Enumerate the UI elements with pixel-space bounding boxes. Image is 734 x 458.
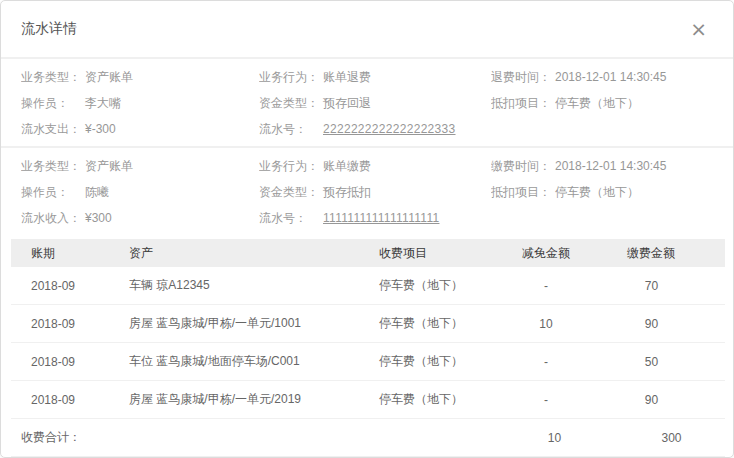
field-value: ¥300 xyxy=(85,211,112,225)
field-value: 资产账单 xyxy=(85,70,133,84)
table-row: 2018-09 房屋 蓝鸟康城/甲栋/一单元/2019 停车费（地下） - 90 xyxy=(11,381,725,419)
cell-fee-item: 停车费（地下） xyxy=(361,305,491,343)
field-deduction-item: 抵扣项目：停车费（地下） xyxy=(491,184,713,201)
field-fund-type: 资金类型：预存抵扣 xyxy=(259,184,491,201)
field-business-action: 业务行为：账单退费 xyxy=(259,69,491,86)
dialog-title: 流水详情 xyxy=(21,20,77,38)
table-row: 2018-09 房屋 蓝鸟康城/甲栋/一单元/1001 停车费（地下） 10 9… xyxy=(11,305,725,343)
field-payment-time: 缴费时间：2018-12-01 14:30:45 xyxy=(491,158,713,175)
cell-payment: 90 xyxy=(601,381,725,419)
field-value: ¥-300 xyxy=(85,122,116,136)
cell-period: 2018-09 xyxy=(11,267,111,305)
field-value: 账单缴费 xyxy=(323,159,371,173)
info-block-refund: 业务类型：资产账单 业务行为：账单退费 退费时间：2018-12-01 14:3… xyxy=(1,59,733,148)
field-refund-time: 退费时间：2018-12-01 14:30:45 xyxy=(491,69,713,86)
flow-detail-dialog: 流水详情 × 业务类型：资产账单 业务行为：账单退费 退费时间：2018-12-… xyxy=(0,0,734,458)
table-total-row: 收费合计： 10 300 xyxy=(11,419,725,457)
close-icon[interactable]: × xyxy=(684,17,713,41)
field-label: 业务类型： xyxy=(21,69,85,86)
fee-table: 账期 资产 收费项目 减免金额 缴费金额 2018-09 车辆 琼A12345 … xyxy=(11,239,725,457)
field-value: 资产账单 xyxy=(85,159,133,173)
field-label: 操作员： xyxy=(21,184,85,201)
field-label: 流水收入： xyxy=(21,210,85,227)
field-value: 2018-12-01 14:30:45 xyxy=(555,70,666,84)
cell-reduction: - xyxy=(491,381,601,419)
field-flow-expense: 流水支出：¥-300 xyxy=(21,121,259,138)
field-label: 操作员： xyxy=(21,95,85,112)
cell-asset: 房屋 蓝鸟康城/甲栋/一单元/2019 xyxy=(111,381,361,419)
field-business-action: 业务行为：账单缴费 xyxy=(259,158,491,175)
cell-fee-item: 停车费（地下） xyxy=(361,267,491,305)
field-label: 业务行为： xyxy=(259,158,323,175)
field-business-type: 业务类型：资产账单 xyxy=(21,158,259,175)
column-header-period: 账期 xyxy=(11,239,111,267)
cell-fee-item: 停车费（地下） xyxy=(361,381,491,419)
cell-period: 2018-09 xyxy=(11,305,111,343)
column-header-payment: 缴费金额 xyxy=(601,239,725,267)
info-block-payment: 业务类型：资产账单 业务行为：账单缴费 缴费时间：2018-12-01 14:3… xyxy=(1,148,733,235)
field-operator: 操作员：李大嘴 xyxy=(21,95,259,112)
field-label: 流水支出： xyxy=(21,121,85,138)
table-header-row: 账期 资产 收费项目 减免金额 缴费金额 xyxy=(11,239,725,267)
column-header-fee-item: 收费项目 xyxy=(361,239,491,267)
field-label: 退费时间： xyxy=(491,69,555,86)
cell-asset: 车位 蓝鸟康城/地面停车场/C001 xyxy=(111,343,361,381)
cell-payment: 90 xyxy=(601,305,725,343)
cell-payment: 50 xyxy=(601,343,725,381)
table-row: 2018-09 车位 蓝鸟康城/地面停车场/C001 停车费（地下） - 50 xyxy=(11,343,725,381)
field-label: 资金类型： xyxy=(259,184,323,201)
field-label: 流水号： xyxy=(259,121,323,138)
field-label: 流水号： xyxy=(259,210,323,227)
field-value: 账单退费 xyxy=(323,70,371,84)
table-row: 2018-09 车辆 琼A12345 停车费（地下） - 70 xyxy=(11,267,725,305)
cell-fee-item: 停车费（地下） xyxy=(361,343,491,381)
flow-number-link[interactable]: 2222222222222222333 xyxy=(323,122,456,136)
cell-reduction: - xyxy=(491,343,601,381)
field-fund-type: 资金类型：预存回退 xyxy=(259,95,491,112)
column-header-asset: 资产 xyxy=(111,239,361,267)
field-label: 业务类型： xyxy=(21,158,85,175)
field-value: 停车费（地下） xyxy=(555,96,639,110)
total-label: 收费合计： xyxy=(11,419,491,457)
cell-asset: 房屋 蓝鸟康城/甲栋/一单元/1001 xyxy=(111,305,361,343)
field-flow-income: 流水收入：¥300 xyxy=(21,210,259,227)
cell-reduction: 10 xyxy=(491,305,601,343)
field-deduction-item: 抵扣项目：停车费（地下） xyxy=(491,95,713,112)
field-operator: 操作员：陈曦 xyxy=(21,184,259,201)
field-value: 2018-12-01 14:30:45 xyxy=(555,159,666,173)
cell-reduction: - xyxy=(491,267,601,305)
field-label: 缴费时间： xyxy=(491,158,555,175)
field-label: 抵扣项目： xyxy=(491,184,555,201)
field-value: 陈曦 xyxy=(85,185,109,199)
column-header-reduction: 减免金额 xyxy=(491,239,601,267)
cell-period: 2018-09 xyxy=(11,343,111,381)
total-reduction: 10 xyxy=(491,419,601,457)
total-payment: 300 xyxy=(601,419,725,457)
field-label: 业务行为： xyxy=(259,69,323,86)
cell-period: 2018-09 xyxy=(11,381,111,419)
cell-payment: 70 xyxy=(601,267,725,305)
cell-asset: 车辆 琼A12345 xyxy=(111,267,361,305)
field-value: 预存回退 xyxy=(323,96,371,110)
field-value: 预存抵扣 xyxy=(323,185,371,199)
flow-number-link[interactable]: 1111111111111111111 xyxy=(323,211,439,225)
field-label: 抵扣项目： xyxy=(491,95,555,112)
field-flow-number: 流水号：2222222222222222333 xyxy=(259,121,491,138)
field-label: 资金类型： xyxy=(259,95,323,112)
field-value: 李大嘴 xyxy=(85,96,121,110)
field-business-type: 业务类型：资产账单 xyxy=(21,69,259,86)
field-flow-number: 流水号：1111111111111111111 xyxy=(259,210,491,227)
field-value: 停车费（地下） xyxy=(555,185,639,199)
dialog-header: 流水详情 × xyxy=(1,1,733,59)
